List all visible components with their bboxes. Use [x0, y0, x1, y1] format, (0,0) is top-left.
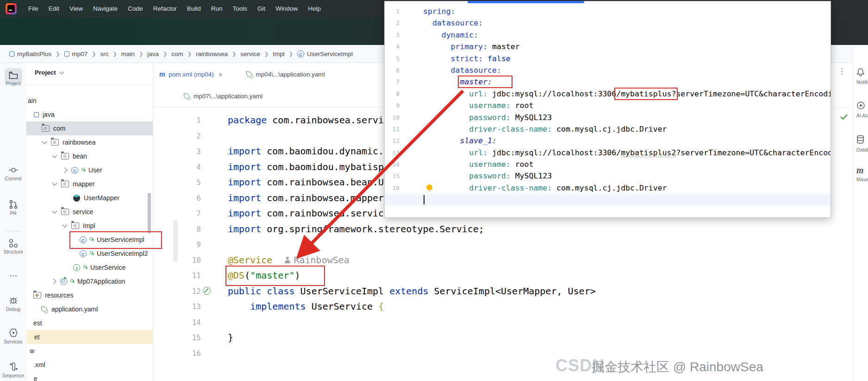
sequence-icon	[9, 362, 18, 371]
menu-run[interactable]: Run	[206, 0, 228, 18]
tree-item-target[interactable]: et	[26, 330, 153, 344]
interface-icon: I	[73, 264, 80, 271]
yaml-popup-editor[interactable]: 1234567891011121314151617 spring: dataso…	[384, 1, 831, 218]
tree-item-impl[interactable]: Impl	[26, 219, 153, 233]
breadcrumb-main[interactable]: main	[121, 51, 135, 57]
breadcrumb-mp07[interactable]: mp07	[64, 51, 88, 57]
breadcrumb-java[interactable]: java	[147, 51, 159, 57]
resources-folder-icon	[33, 292, 41, 298]
key-icon	[83, 265, 87, 270]
tree-item-mapper[interactable]: mapper	[26, 177, 153, 191]
tree-item-main[interactable]: ain	[26, 94, 153, 108]
tree-item-userservice[interactable]: IUserService	[26, 260, 153, 274]
module-icon	[64, 51, 69, 57]
menu-window[interactable]: Window	[270, 0, 303, 18]
tree-scrollbar-thumb[interactable]	[148, 193, 151, 234]
progress-bar	[468, 1, 584, 3]
mybatis-icon	[73, 195, 80, 202]
breadcrumb-service[interactable]: service	[240, 51, 260, 57]
menu-git[interactable]: Git	[252, 0, 270, 18]
tree-item-rainbowsea[interactable]: rainbowsea	[26, 135, 153, 149]
tree-item-xml[interactable]: .xml	[26, 358, 153, 372]
spring-bean-gutter-icon[interactable]	[203, 287, 211, 295]
stripe-database[interactable]: Databa	[856, 135, 868, 152]
spring-leaf-icon	[183, 93, 190, 100]
stripe-notifications[interactable]: Notifica	[856, 68, 868, 85]
tree-item-mp07application[interactable]: Mp07Application	[26, 274, 153, 288]
key-icon	[81, 167, 86, 173]
menu-help[interactable]: Help	[303, 0, 326, 18]
tree-item-usermapper[interactable]: UserMapper	[26, 191, 153, 205]
menu-refactor[interactable]: Refactor	[148, 0, 182, 18]
chevron-down-icon[interactable]	[52, 152, 57, 158]
class-icon: C	[71, 167, 78, 174]
maven-icon: m	[159, 70, 165, 79]
chevron-down-icon[interactable]	[52, 180, 57, 185]
breadcrumb-project[interactable]: myBatisPlus	[9, 51, 51, 57]
key-icon	[89, 251, 94, 256]
intention-bulb-icon[interactable]	[426, 184, 432, 190]
project-panel-header[interactable]: Project	[35, 69, 63, 76]
stripe-project[interactable]: Project	[0, 71, 26, 86]
tree-item-bean[interactable]: bean	[26, 149, 153, 163]
module-icon	[9, 51, 14, 57]
stripe-pull-requests[interactable]: PR	[0, 200, 26, 216]
tree-item-resources[interactable]: resources	[26, 288, 153, 302]
breadcrumb-impl[interactable]: Impl	[273, 51, 285, 57]
yaml-code[interactable]: spring: datasource: dynamic: primary: ma…	[423, 6, 831, 206]
source-root-icon	[34, 112, 39, 117]
menu-navigate[interactable]: Navigate	[88, 0, 123, 18]
chevron-right-icon[interactable]	[51, 279, 56, 284]
menu-build[interactable]: Build	[182, 0, 206, 18]
menu-tools[interactable]: Tools	[227, 0, 252, 18]
menu-edit[interactable]: Edit	[44, 0, 64, 18]
ide-logo-icon	[6, 3, 17, 14]
stripe-ai-assistant[interactable]: AI Assi	[856, 101, 868, 118]
menu-file[interactable]: File	[23, 0, 44, 18]
stripe-debug[interactable]: Debug	[0, 296, 26, 312]
tab-pom-xml[interactable]: mpom.xml (mp04)×	[153, 63, 229, 85]
editor-options-icon[interactable]: ⋮	[838, 70, 843, 73]
tab-mp04-application-yaml[interactable]: mp04\...\application.yaml	[239, 63, 331, 85]
stripe-services[interactable]: Services	[0, 328, 26, 344]
services-icon	[9, 328, 18, 337]
tree-item-e[interactable]: e	[26, 372, 153, 381]
chevron-right-icon[interactable]	[62, 167, 67, 172]
stripe-structure[interactable]: Structure	[0, 239, 26, 254]
tree-item-service[interactable]: service	[26, 205, 153, 219]
database-icon	[856, 135, 864, 144]
tree-item-user[interactable]: CUser	[26, 163, 153, 177]
breadcrumb-rainbowsea[interactable]: rainbowsea	[196, 51, 228, 57]
stripe-more[interactable]: ⋯	[0, 271, 26, 281]
tab-mp07-application-yaml[interactable]: mp07\...\application.yaml	[177, 85, 269, 107]
tree-item-w[interactable]: w	[26, 344, 153, 358]
chevron-down-icon[interactable]	[52, 208, 57, 213]
chevron-down-icon[interactable]	[42, 139, 47, 144]
chevron-down-icon[interactable]	[62, 222, 67, 227]
inspection-ok-icon[interactable]	[840, 114, 848, 120]
folder-icon	[61, 181, 69, 187]
structure-icon	[9, 239, 18, 248]
close-icon[interactable]: ×	[219, 70, 223, 78]
stripe-maven[interactable]: m Maven	[856, 165, 868, 182]
annotation-box-userserviceimpl	[69, 231, 162, 249]
folder-icon	[61, 209, 69, 215]
stripe-sequence[interactable]: Sequence	[0, 362, 26, 378]
project-panel: Project ain java com rainbowsea bean CUs…	[26, 63, 153, 381]
tree-item-java[interactable]: java	[26, 108, 153, 121]
text-caret	[424, 195, 425, 204]
stripe-commit[interactable]: Commit	[0, 166, 26, 181]
breadcrumb-src[interactable]: src	[100, 51, 109, 57]
menu-view[interactable]: View	[64, 0, 88, 18]
commit-icon	[9, 166, 18, 174]
editor-scrollbar-thumb[interactable]	[173, 220, 178, 262]
tree-item-test[interactable]: est	[26, 316, 153, 330]
yaml-gutter: 1234567891011121314151617	[385, 6, 400, 206]
breadcrumb-com[interactable]: com	[171, 51, 183, 57]
menu-code[interactable]: Code	[123, 0, 148, 18]
watermark-community: 掘金技术社区 @ RainbowSea	[592, 360, 763, 374]
folder-icon	[42, 125, 50, 132]
tree-item-application-yaml[interactable]: application.yaml	[26, 302, 153, 316]
breadcrumb-class[interactable]: CUserServiceImpl	[297, 51, 353, 57]
tree-item-com[interactable]: com	[26, 121, 153, 135]
